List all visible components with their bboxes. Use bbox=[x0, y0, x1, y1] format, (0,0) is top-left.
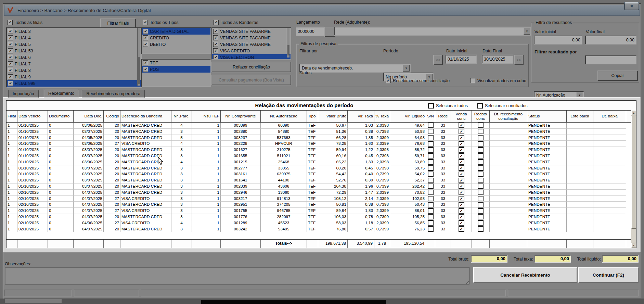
bandeira-check-icon[interactable]: ✓ bbox=[213, 55, 218, 60]
row-s-n-checkbox[interactable] bbox=[428, 226, 434, 232]
tipo-check-icon[interactable]: ✓ bbox=[143, 35, 148, 40]
row-recbto-conc-checkbox[interactable] bbox=[478, 220, 484, 226]
filial-item[interactable]: ✓FILIAL 6 bbox=[7, 54, 141, 61]
row-s-n-checkbox[interactable] bbox=[428, 178, 434, 183]
modo-item[interactable]: ✓TEF bbox=[142, 60, 210, 66]
row-recbto-conc-checkbox[interactable] bbox=[478, 226, 484, 232]
bandeira-item[interactable]: ✓VENDAS SITE PAGARME bbox=[212, 41, 291, 48]
modo-item[interactable]: ✓POS bbox=[142, 66, 210, 73]
todas-filiais-checkbox[interactable]: ✓ Todas as filiais bbox=[8, 20, 42, 25]
visualizar-cubo-box[interactable] bbox=[470, 78, 475, 83]
tipo-item[interactable]: ✓CREDITO bbox=[142, 35, 210, 41]
row-recbto-conc-checkbox[interactable] bbox=[478, 135, 484, 140]
filial-item[interactable]: ✓FILIAL 53 bbox=[7, 48, 141, 54]
row-s-n-checkbox[interactable] bbox=[428, 129, 434, 134]
bandeira-check-icon[interactable]: ✓ bbox=[213, 48, 218, 53]
modo-check-icon[interactable]: ✓ bbox=[143, 67, 148, 72]
row-venda-conc-checkbox[interactable]: ✓ bbox=[459, 141, 464, 147]
selecionar-todos-box[interactable] bbox=[428, 103, 434, 109]
grid-vertical-scrollbar[interactable]: ▲ ▼ bbox=[631, 110, 636, 248]
row-s-n-checkbox[interactable] bbox=[428, 141, 434, 147]
filial-check-icon[interactable]: ✓ bbox=[8, 42, 13, 47]
filtrar-por-combobox[interactable]: Data de vencimento/receb. ▼ bbox=[299, 64, 411, 73]
row-venda-conc-checkbox[interactable]: ✓ bbox=[459, 172, 464, 177]
valor-inicial-input[interactable] bbox=[534, 36, 582, 45]
table-row[interactable]: 102/10/2025004/07/202520MASTERCARD CRED3… bbox=[7, 202, 636, 208]
table-row[interactable]: 101/10/2025003/06/202520MASTERCARD CRED4… bbox=[7, 159, 636, 165]
row-recbto-conc-checkbox[interactable] bbox=[478, 159, 484, 165]
row-s-n-checkbox[interactable] bbox=[428, 165, 434, 171]
close-icon[interactable]: ✕ bbox=[624, 2, 639, 10]
filial-item[interactable]: ✓FILIAL 5 bbox=[7, 41, 141, 48]
table-row[interactable]: 101/10/2025003/07/202520MASTERCARD CRED3… bbox=[7, 153, 636, 159]
row-venda-conc-checkbox[interactable]: ✓ bbox=[459, 220, 464, 226]
tipo-check-icon[interactable]: ✓ bbox=[143, 42, 148, 47]
row-venda-conc-checkbox[interactable]: ✓ bbox=[459, 147, 464, 153]
filial-item[interactable]: ✓FILIAL 8 bbox=[7, 67, 141, 74]
scroll-down-icon[interactable]: ▼ bbox=[631, 243, 636, 248]
filial-item[interactable]: ✓FILIAL 999 bbox=[7, 80, 141, 87]
modo-check-icon[interactable]: ✓ bbox=[143, 60, 148, 65]
row-recbto-conc-checkbox[interactable] bbox=[478, 129, 484, 134]
row-s-n-checkbox[interactable] bbox=[428, 190, 434, 195]
recebimento-sem-conciliacao-checkbox[interactable]: ✓ Recebimento sem conciliação bbox=[386, 78, 450, 83]
row-recbto-conc-checkbox[interactable] bbox=[478, 202, 484, 207]
bandeira-item[interactable]: ✓VISA ELECTRON bbox=[212, 54, 291, 60]
bandeira-list-scrollbar[interactable] bbox=[287, 28, 289, 58]
row-venda-conc-checkbox[interactable]: ✓ bbox=[459, 123, 464, 128]
row-recbto-conc-checkbox[interactable] bbox=[478, 123, 484, 128]
bandeira-listbox[interactable]: ✓VENDAS SITE PAGARME✓VENDAS SITE PAGARME… bbox=[211, 27, 291, 60]
row-s-n-checkbox[interactable] bbox=[428, 153, 434, 159]
bandeira-item[interactable]: ✓VENDAS SITE PAGARME bbox=[212, 35, 291, 41]
row-recbto-conc-checkbox[interactable] bbox=[478, 147, 484, 153]
row-recbto-conc-checkbox[interactable] bbox=[478, 165, 484, 171]
selecionar-conciliados-box[interactable] bbox=[477, 103, 483, 109]
todos-tipos-checkbox[interactable]: ✓ Todos os Tipos bbox=[143, 20, 178, 25]
valor-final-input[interactable] bbox=[585, 36, 636, 45]
bandeira-item[interactable]: ✓VISA CREDITO bbox=[212, 48, 291, 54]
chevron-down-icon[interactable]: ▼ bbox=[403, 65, 410, 72]
filial-item[interactable]: ✓FILIAL 4 bbox=[7, 35, 141, 41]
row-s-n-checkbox[interactable] bbox=[428, 220, 434, 226]
table-row[interactable]: 102/10/2025004/07/202520MASTERCARD CRED3… bbox=[7, 190, 636, 196]
row-s-n-checkbox[interactable] bbox=[428, 135, 434, 140]
filial-check-icon[interactable]: ✓ bbox=[8, 35, 13, 40]
row-recbto-conc-checkbox[interactable] bbox=[478, 153, 484, 159]
row-s-n-checkbox[interactable] bbox=[428, 172, 434, 177]
filial-check-icon[interactable]: ✓ bbox=[8, 74, 13, 79]
tab-recebimentos-na-operadora[interactable]: Recebimentos na operadora bbox=[82, 90, 145, 98]
modo-listbox[interactable]: ✓TEF✓POS bbox=[141, 59, 211, 87]
continuar-button[interactable]: Continuar (F2) bbox=[578, 267, 639, 283]
selecionar-todos-checkbox[interactable]: Selecionar todos bbox=[428, 103, 468, 109]
filial-check-icon[interactable]: ✓ bbox=[8, 81, 13, 86]
bandeira-check-icon[interactable]: ✓ bbox=[213, 42, 218, 47]
filial-item[interactable]: ✓FILIAL 9 bbox=[7, 74, 141, 80]
row-venda-conc-checkbox[interactable]: ✓ bbox=[459, 153, 464, 159]
todas-filiais-checkbox-box[interactable]: ✓ bbox=[8, 20, 13, 25]
table-row[interactable]: 101/10/2025003/07/202520MASTERCARD CRED3… bbox=[7, 183, 636, 190]
row-s-n-checkbox[interactable] bbox=[428, 202, 434, 207]
row-venda-conc-checkbox[interactable]: ✓ bbox=[459, 165, 464, 171]
todas-bandeiras-checkbox[interactable]: ✓ Todas as Bandeiras bbox=[214, 20, 258, 25]
row-venda-conc-checkbox[interactable]: ✓ bbox=[459, 226, 464, 232]
filtrar-filiais-button[interactable]: Filtrar filiais bbox=[100, 18, 136, 28]
row-venda-conc-checkbox[interactable]: ✓ bbox=[459, 196, 464, 201]
row-s-n-checkbox[interactable] bbox=[428, 123, 434, 128]
filial-item[interactable]: ✓FILIAL 7 bbox=[7, 61, 141, 67]
visualizar-cubo-checkbox[interactable]: Visualizar dados em cubo bbox=[470, 78, 526, 83]
scrollbar-thumb[interactable] bbox=[631, 116, 636, 229]
row-recbto-conc-checkbox[interactable] bbox=[478, 141, 484, 147]
copiar-button[interactable]: Copiar bbox=[597, 71, 638, 81]
row-venda-conc-checkbox[interactable]: ✓ bbox=[459, 208, 464, 214]
rede-combobox[interactable]: ▼ bbox=[334, 27, 531, 36]
selecionar-conciliados-checkbox[interactable]: Selecionar conciliados bbox=[477, 103, 527, 109]
row-recbto-conc-checkbox[interactable] bbox=[478, 172, 484, 177]
row-venda-conc-checkbox[interactable]: ✓ bbox=[459, 183, 464, 189]
table-row[interactable]: 102/10/2025004/06/202527VISA CREDITO4100… bbox=[7, 220, 636, 226]
bandeira-item[interactable]: ✓VENDAS SITE PAGARME bbox=[212, 28, 291, 35]
tipo-check-icon[interactable]: ✓ bbox=[143, 29, 148, 34]
filial-check-icon[interactable]: ✓ bbox=[8, 55, 13, 60]
row-recbto-conc-checkbox[interactable] bbox=[478, 178, 484, 183]
row-recbto-conc-checkbox[interactable] bbox=[478, 214, 484, 219]
scroll-up-icon[interactable]: ▲ bbox=[631, 110, 636, 115]
